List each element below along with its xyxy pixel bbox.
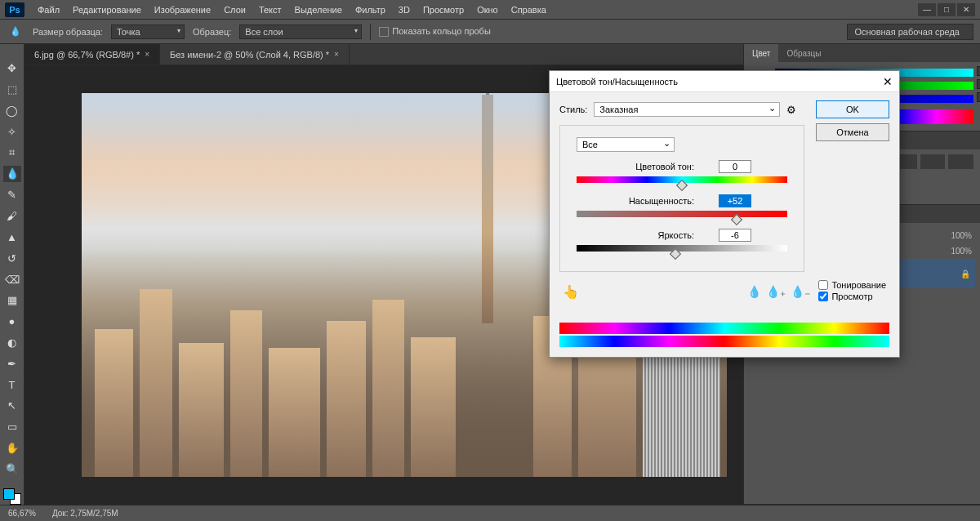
dodge-tool[interactable]: ◐ — [3, 335, 21, 351]
menu-text[interactable]: Текст — [252, 5, 288, 15]
eraser-tool[interactable]: ⌫ — [3, 271, 21, 287]
cancel-button[interactable]: Отмена — [816, 123, 889, 141]
eyedropper-icon: 💧 — [7, 23, 24, 41]
lock-icon: 🔒 — [960, 269, 970, 278]
b-value[interactable] — [977, 92, 980, 102]
gradient-tool[interactable]: ▦ — [3, 292, 21, 309]
menu-layers[interactable]: Слои — [217, 5, 252, 15]
doc-info[interactable]: Док: 2,75M/2,75M — [52, 509, 118, 518]
sample-size-dropdown[interactable]: Точка — [111, 24, 185, 39]
show-ring-checkbox[interactable]: Показать кольцо пробы — [379, 26, 491, 37]
options-bar: 💧 Размер образца: Точка Образец: Все сло… — [0, 20, 980, 44]
stamp-tool[interactable]: ▲ — [3, 229, 21, 246]
scrubby-icon[interactable]: 👆 — [563, 284, 579, 300]
pen-tool[interactable]: ✒ — [3, 355, 21, 372]
sat-slider[interactable] — [577, 211, 787, 217]
menubar: Ps Файл Редактирование Изображение Слои … — [0, 0, 980, 20]
brush-tool[interactable]: 🖌 — [3, 208, 21, 225]
shape-tool[interactable]: ▭ — [3, 419, 21, 435]
sample-size-label: Размер образца: — [33, 27, 103, 37]
hue-ramp-bottom — [559, 336, 889, 347]
sat-label: Насыщенность: — [612, 196, 694, 206]
sample-source-dropdown[interactable]: Все слои — [239, 24, 362, 39]
eyedropper-icon[interactable]: 💧 — [747, 285, 761, 298]
marquee-tool[interactable]: ⬚ — [3, 82, 21, 98]
close-button[interactable]: ✕ — [957, 3, 975, 16]
doc-tab-2[interactable]: Без имени-2 @ 50% (Слой 4, RGB/8) *× — [160, 44, 350, 65]
dialog-title: Цветовой тон/Насыщенность — [556, 77, 678, 87]
light-slider[interactable] — [577, 245, 787, 252]
workspace-switcher[interactable]: Основная рабочая среда — [847, 24, 973, 40]
hue-input[interactable] — [719, 160, 751, 173]
minimize-button[interactable]: — — [918, 3, 936, 16]
fill-value[interactable]: 100% — [951, 247, 972, 256]
menu-filter[interactable]: Фильтр — [349, 5, 392, 15]
type-tool[interactable]: T — [3, 376, 21, 393]
eyedropper-sub-icon[interactable]: 💧₋ — [791, 285, 810, 298]
lasso-tool[interactable]: ◯ — [3, 103, 21, 119]
zoom-tool[interactable]: 🔍 — [3, 461, 21, 477]
menu-3d[interactable]: 3D — [392, 5, 416, 15]
hue-label: Цветовой тон: — [612, 162, 694, 171]
swatches-tab[interactable]: Образцы — [778, 44, 829, 62]
r-value[interactable] — [977, 66, 980, 76]
g-value[interactable] — [977, 79, 980, 89]
menu-file[interactable]: Файл — [31, 5, 66, 15]
color-swatch[interactable] — [3, 488, 21, 505]
dialog-titlebar[interactable]: Цветовой тон/Насыщенность ✕ — [550, 71, 899, 92]
style-label: Стиль: — [559, 105, 587, 114]
app-logo: Ps — [5, 2, 24, 17]
color-tab[interactable]: Цвет — [744, 44, 778, 62]
tint-checkbox[interactable]: Тонирование — [818, 280, 886, 290]
wand-tool[interactable]: ✧ — [3, 123, 21, 140]
menu-edit[interactable]: Редактирование — [66, 5, 148, 15]
eyedropper-tool[interactable]: 💧 — [3, 166, 21, 182]
hue-slider[interactable] — [577, 176, 787, 183]
channel-dropdown[interactable]: Все — [577, 137, 675, 152]
status-bar: 66,67% Док: 2,75M/2,75M — [0, 505, 980, 521]
maximize-button[interactable]: □ — [938, 3, 956, 16]
close-icon[interactable]: × — [145, 50, 149, 59]
menu-window[interactable]: Окно — [470, 5, 505, 15]
hand-tool[interactable]: ✋ — [3, 440, 21, 456]
move-tool[interactable]: ✥ — [3, 60, 21, 77]
light-input[interactable] — [719, 229, 751, 242]
hue-ramp-top — [559, 323, 889, 334]
document-tabs: 6.jpg @ 66,7% (RGB/8#) *× Без имени-2 @ … — [24, 44, 743, 65]
ok-button[interactable]: OK — [816, 100, 889, 118]
adj-icon[interactable] — [948, 154, 973, 169]
opacity-value[interactable]: 100% — [951, 231, 972, 240]
close-icon[interactable]: × — [334, 50, 339, 59]
eyedropper-add-icon[interactable]: 💧₊ — [766, 285, 786, 298]
adj-icon[interactable] — [920, 154, 946, 169]
menu-select[interactable]: Выделение — [288, 5, 349, 15]
menu-view[interactable]: Просмотр — [416, 5, 470, 15]
menu-image[interactable]: Изображение — [148, 5, 217, 15]
sat-input[interactable] — [719, 194, 751, 207]
path-select-tool[interactable]: ↖ — [3, 398, 21, 414]
preview-checkbox[interactable]: Просмотр — [818, 292, 886, 301]
doc-tab-1[interactable]: 6.jpg @ 66,7% (RGB/8#) *× — [24, 44, 160, 65]
menu-help[interactable]: Справка — [505, 5, 553, 15]
blur-tool[interactable]: ● — [3, 314, 21, 330]
healing-tool[interactable]: ✎ — [3, 187, 21, 203]
toolbox: ✥ ⬚ ◯ ✧ ⌗ 💧 ✎ 🖌 ▲ ↺ ⌫ ▦ ● ◐ ✒ T ↖ ▭ ✋ 🔍 — [0, 44, 24, 505]
gear-icon[interactable]: ⚙ — [786, 104, 796, 116]
crop-tool[interactable]: ⌗ — [3, 145, 21, 161]
light-label: Яркость: — [612, 230, 694, 240]
style-dropdown[interactable]: Заказная — [594, 102, 780, 117]
sample-source-label: Образец: — [193, 27, 231, 37]
hue-saturation-dialog: Цветовой тон/Насыщенность ✕ OK Отмена Ст… — [549, 70, 900, 358]
dialog-close-button[interactable]: ✕ — [883, 75, 893, 88]
history-brush-tool[interactable]: ↺ — [3, 250, 21, 266]
zoom-display[interactable]: 66,67% — [8, 509, 36, 518]
